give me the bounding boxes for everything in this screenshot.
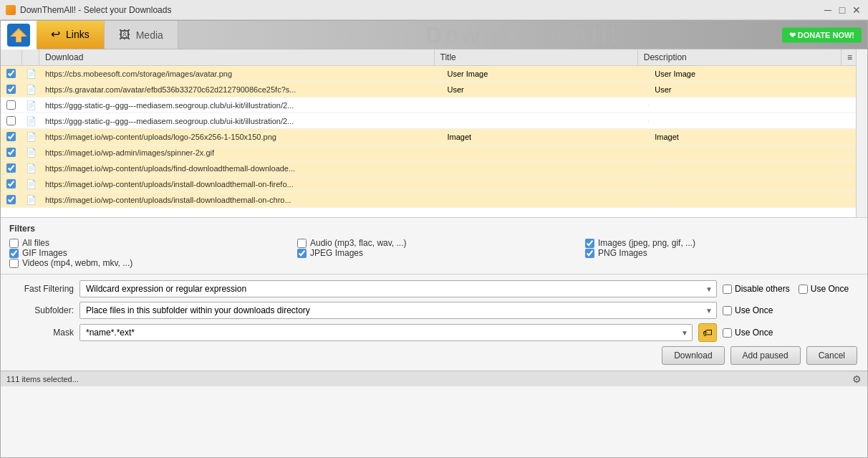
fast-filtering-use-once-label: Use Once — [811, 284, 849, 294]
filter-audio-checkbox[interactable] — [297, 239, 307, 248]
filter-png-label: PNG Images — [598, 248, 647, 258]
filter-videos: Videos (mp4, webm, mkv, ...) — [9, 258, 283, 268]
add-paused-button[interactable]: Add paused — [730, 346, 801, 365]
fast-filtering-options: Disable others Use Once — [723, 284, 859, 294]
minimize-button[interactable]: ─ — [822, 4, 834, 16]
row-url-4: https://imaget.io/wp-content/uploads/log… — [39, 131, 442, 143]
row-url-0: https://cbs.mobeesoft.com/storage/images… — [39, 68, 442, 80]
row-url-7: https://imaget.io/wp-content/uploads/ins… — [39, 178, 442, 190]
filter-col-0: All files GIF Images Videos (mp4, webm, … — [9, 238, 283, 268]
filter-gif-checkbox[interactable] — [9, 249, 19, 258]
filter-all-files: All files — [9, 238, 283, 248]
subfolder-use-once-checkbox[interactable] — [723, 306, 732, 315]
filter-col-2: Images (jpeg, png, gif, ...) PNG Images — [585, 238, 859, 268]
row-url-8: https://imaget.io/wp-content/uploads/ins… — [39, 194, 442, 206]
table-row: 📄 https://imaget.io/wp-content/uploads/f… — [1, 161, 856, 176]
table-row: 📄 https://ggg-static-g--ggg---mediasem.s… — [1, 97, 856, 113]
tab-links[interactable]: ↩ Links — [37, 21, 105, 49]
table-wrapper: Download Title Description ≡ 📄 https://c… — [1, 49, 867, 217]
row-title-1: User — [442, 84, 650, 95]
media-tab-label: Media — [136, 29, 163, 41]
mask-tag-button[interactable]: 🏷 — [698, 323, 717, 342]
row-url-1: https://s.gravatar.com/avatar/efbd536b33… — [39, 84, 442, 95]
row-icon-6: 📄 — [22, 162, 39, 175]
th-menu: ≡ — [842, 49, 856, 65]
table-row: 📄 https://ggg-static-g--ggg---mediasem.s… — [1, 113, 856, 129]
mask-use-once-checkbox[interactable] — [723, 328, 732, 338]
table-body: 📄 https://cbs.mobeesoft.com/storage/imag… — [1, 66, 856, 217]
row-check-3[interactable] — [1, 115, 22, 127]
filters-section: Filters All files GIF Images Videos (mp4… — [1, 218, 867, 275]
status-text: 111 items selected... — [6, 375, 79, 383]
links-tab-label: Links — [66, 29, 90, 40]
row-check-4[interactable] — [1, 130, 22, 143]
filter-jpeg-images: JPEG Images — [297, 248, 571, 258]
row-check-2[interactable] — [1, 99, 22, 111]
filter-jpeg-checkbox[interactable] — [297, 249, 307, 258]
cancel-button[interactable]: Cancel — [806, 346, 857, 365]
row-check-8[interactable] — [1, 194, 22, 206]
mask-use-once-option: Use Once — [723, 328, 773, 338]
table-header: Download Title Description ≡ — [1, 49, 856, 66]
row-desc-0: User Image — [649, 68, 856, 80]
th-icon — [22, 49, 39, 65]
checkbox-3[interactable] — [6, 116, 16, 125]
file-icon-3: 📄 — [26, 116, 37, 126]
row-check-5[interactable] — [1, 146, 22, 158]
row-check-0[interactable] — [1, 67, 22, 80]
filter-gif-label: GIF Images — [22, 248, 67, 258]
filter-videos-label: Videos (mp4, webm, mkv, ...) — [22, 258, 132, 268]
filter-gif-images: GIF Images — [9, 248, 283, 258]
checkbox-5[interactable] — [6, 148, 16, 157]
title-bar: DownThemAll! - Select your Downloads ─ □… — [0, 0, 868, 20]
mask-row: Mask *name*.*ext* ▼ 🏷 Use Once — [9, 323, 859, 342]
table-row: 📄 https://s.gravatar.com/avatar/efbd536b… — [1, 82, 856, 97]
filter-images-label: Images (jpeg, png, gif, ...) — [598, 238, 695, 248]
table-main: Download Title Description ≡ 📄 https://c… — [1, 49, 856, 217]
file-icon-7: 📄 — [26, 179, 37, 189]
close-button[interactable]: ✕ — [851, 4, 862, 16]
row-check-7[interactable] — [1, 178, 22, 190]
checkbox-6[interactable] — [6, 163, 16, 173]
checkbox-7[interactable] — [6, 179, 16, 189]
filter-audio: Audio (mp3, flac, wav, ...) — [297, 238, 571, 248]
mask-select[interactable]: *name*.*ext* — [79, 324, 693, 341]
download-button[interactable]: Download — [662, 346, 724, 365]
row-url-2: https://ggg-static-g--ggg---mediasem.seo… — [39, 100, 442, 111]
th-desc: Description — [638, 49, 842, 65]
mask-tag-icon: 🏷 — [703, 327, 713, 338]
checkbox-0[interactable] — [6, 69, 16, 78]
mask-input-wrap: *name*.*ext* ▼ — [79, 324, 693, 341]
checkbox-8[interactable] — [6, 195, 16, 204]
app-logo — [1, 21, 37, 49]
row-check-6[interactable] — [1, 162, 22, 174]
gear-icon[interactable]: ⚙ — [852, 373, 862, 385]
subfolder-options: Use Once — [723, 305, 859, 315]
donate-button[interactable]: ❤ DONATE NOW! — [782, 27, 862, 42]
checkbox-2[interactable] — [6, 100, 16, 110]
filter-videos-checkbox[interactable] — [9, 259, 19, 268]
maximize-button[interactable]: □ — [836, 4, 848, 16]
filters-title: Filters — [9, 224, 859, 234]
row-check-1[interactable] — [1, 83, 22, 95]
tab-media[interactable]: 🖼 Media — [105, 21, 178, 49]
logo-svg — [7, 24, 30, 47]
subfolder-use-once-option: Use Once — [723, 305, 773, 315]
filter-audio-label: Audio (mp3, flac, wav, ...) — [310, 238, 407, 248]
checkbox-4[interactable] — [6, 132, 16, 141]
file-icon-5: 📄 — [26, 148, 37, 158]
filter-all-files-checkbox[interactable] — [9, 239, 19, 248]
table-scrollbar[interactable] — [856, 49, 867, 217]
subfolder-select[interactable]: Place files in this subfolder within you… — [79, 302, 717, 319]
fast-filtering-select[interactable]: Wildcard expression or regular expressio… — [79, 280, 717, 297]
filter-images-checkbox[interactable] — [585, 239, 594, 248]
disable-others-option: Disable others — [723, 284, 790, 294]
disable-others-checkbox[interactable] — [723, 285, 732, 294]
checkbox-1[interactable] — [6, 85, 16, 94]
filter-png-images: PNG Images — [585, 248, 859, 258]
filter-png-checkbox[interactable] — [585, 249, 594, 258]
fast-filtering-use-once-checkbox[interactable] — [799, 285, 808, 294]
main-window: ↩ Links 🖼 Media DownThemAll! ❤ DONATE NO… — [0, 20, 868, 458]
filter-col-1: Audio (mp3, flac, wav, ...) JPEG Images — [297, 238, 571, 268]
status-bar: 111 items selected... ⚙ — [1, 371, 867, 386]
